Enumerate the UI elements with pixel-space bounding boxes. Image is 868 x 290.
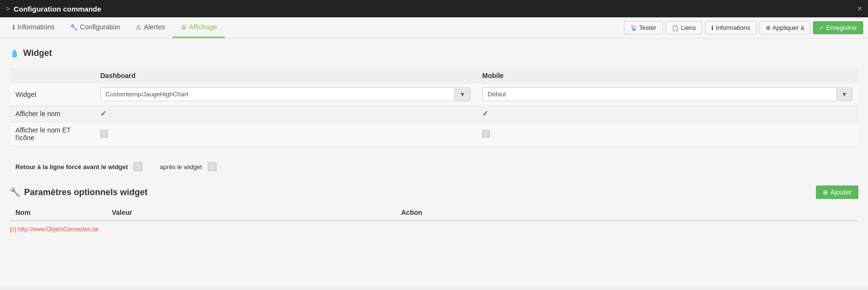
monitor-icon: 🖥 [180, 24, 187, 31]
mobile-select-arrow[interactable]: ▼ [836, 88, 852, 101]
optional-section-title: 🔧 Paramètres optionnels widget [10, 187, 148, 198]
appliquer-label: Appliquer à [773, 24, 804, 31]
afficher-icone-mobile-checkbox[interactable] [482, 130, 853, 138]
chevron-icon: > [6, 5, 10, 13]
plus-circle-icon: ⊕ [766, 25, 771, 31]
toolbar-right: 📡 Tester 📋 Liens ℹ Informations ⊕ Appliq… [624, 17, 863, 38]
close-button[interactable]: × [857, 4, 862, 13]
liens-label: Liens [681, 24, 696, 31]
afficher-nom-label: Afficher le nom [10, 105, 95, 122]
checkmark-icon: ✓ [819, 25, 824, 31]
wrench-icon: 🔧 [70, 24, 78, 31]
tab-configuration[interactable]: 🔧 Configuration [62, 17, 128, 38]
col-empty [10, 68, 95, 83]
tab-affichage[interactable]: 🖥 Affichage [173, 17, 225, 38]
tester-label: Tester [639, 24, 656, 31]
enregistrer-button[interactable]: ✓ Enregistrer [813, 21, 863, 34]
footer: (c) http://www.ObjetsConnectes.be [10, 221, 858, 233]
links-icon: 📋 [672, 25, 679, 31]
widget-row-label: Widget [10, 83, 95, 105]
enregistrer-label: Enregistrer [826, 24, 857, 31]
tab-affichage-label: Affichage [189, 23, 217, 31]
mobile-select-wrapper[interactable]: Défaut ▼ [482, 87, 853, 101]
info-toolbar-icon: ℹ [711, 25, 714, 31]
widget-icon: 💧 [10, 49, 19, 58]
ajouter-icon: ⊕ [823, 188, 828, 196]
afficher-nom-icone-dashboard-cell [95, 122, 476, 146]
params-table: Nom Valeur Action [10, 205, 858, 221]
checkmark-mobile: ✓ [482, 109, 488, 118]
main-content: 💧 Widget Dashboard Mobile Widget Customt… [0, 39, 868, 287]
title-bar: > Configuration commande × [0, 0, 868, 17]
afficher-icone-dashboard-checkbox[interactable] [100, 130, 471, 138]
appliquer-button[interactable]: ⊕ Appliquer à [760, 21, 811, 34]
linebreak-after-checkbox[interactable] [208, 162, 217, 171]
checkbox-square-dashboard[interactable] [100, 130, 108, 138]
afficher-nom-dashboard-check: ✓ [100, 109, 471, 118]
warning-icon: ⚠ [136, 24, 141, 31]
params-col-nom: Nom [10, 205, 106, 221]
table-row: Afficher le nom ✓ ✓ [10, 105, 858, 122]
title-bar-left: > Configuration commande [6, 5, 101, 13]
linebreak-row: Retour à la ligne forcé avant le widget … [10, 158, 858, 176]
afficher-nom-mobile-cell: ✓ [476, 105, 858, 122]
params-col-action: Action [395, 205, 858, 221]
dashboard-select-arrow[interactable]: ▼ [454, 88, 470, 101]
ajouter-button[interactable]: ⊕ Ajouter [816, 185, 858, 199]
page-title: Configuration commande [14, 5, 101, 13]
params-col-valeur: Valeur [106, 205, 395, 221]
linebreak-after-label: après le widget [160, 163, 202, 171]
afficher-nom-mobile-check: ✓ [482, 109, 853, 118]
dashboard-select-value: Customtemp/JaugeHighChart [101, 88, 454, 101]
afficher-nom-dashboard-cell: ✓ [95, 105, 476, 122]
tab-informations-label: Informations [17, 23, 54, 31]
tab-configuration-label: Configuration [80, 23, 120, 31]
dashboard-select-wrapper[interactable]: Customtemp/JaugeHighChart ▼ [100, 87, 471, 101]
afficher-nom-icone-label: Afficher le nom ET l'icône [10, 122, 95, 146]
optional-section-header: 🔧 Paramètres optionnels widget ⊕ Ajouter [10, 185, 858, 199]
checkmark-dashboard: ✓ [100, 109, 107, 118]
tabs-row: ℹ Informations 🔧 Configuration ⚠ Alertes… [0, 17, 868, 39]
widget-dashboard-cell: Customtemp/JaugeHighChart ▼ [95, 83, 476, 105]
table-row: Widget Customtemp/JaugeHighChart ▼ Défau… [10, 83, 858, 105]
optional-icon: 🔧 [10, 187, 20, 198]
rss-icon: 📡 [630, 25, 637, 31]
tabs-left: ℹ Informations 🔧 Configuration ⚠ Alertes… [5, 17, 225, 38]
checkbox-square-mobile[interactable] [482, 130, 490, 138]
tab-alertes-label: Alertes [144, 23, 165, 31]
tab-informations[interactable]: ℹ Informations [5, 17, 62, 38]
ajouter-label: Ajouter [830, 188, 852, 196]
widget-table: Dashboard Mobile Widget Customtemp/Jauge… [10, 68, 858, 146]
liens-button[interactable]: 📋 Liens [665, 21, 702, 34]
widget-mobile-cell: Défaut ▼ [476, 83, 858, 105]
mobile-select-value: Défaut [483, 88, 836, 101]
linebreak-before-checkbox[interactable] [134, 162, 142, 171]
informations-button[interactable]: ℹ Informations [705, 21, 757, 34]
afficher-nom-icone-mobile-cell [476, 122, 858, 146]
optional-title-text: Paramètres optionnels widget [24, 187, 148, 198]
col-dashboard: Dashboard [95, 68, 476, 83]
table-row: Afficher le nom ET l'icône [10, 122, 858, 146]
linebreak-before-label: Retour à la ligne forcé avant le widget [15, 163, 128, 171]
info-icon: ℹ [13, 24, 15, 31]
tester-button[interactable]: 📡 Tester [624, 21, 663, 34]
col-mobile: Mobile [476, 68, 858, 83]
widget-section-header: 💧 Widget [10, 48, 858, 58]
informations-label: Informations [716, 24, 750, 31]
footer-text: (c) http://www.ObjetsConnectes.be [10, 226, 99, 233]
widget-title: Widget [23, 48, 52, 58]
tab-alertes[interactable]: ⚠ Alertes [128, 17, 173, 38]
